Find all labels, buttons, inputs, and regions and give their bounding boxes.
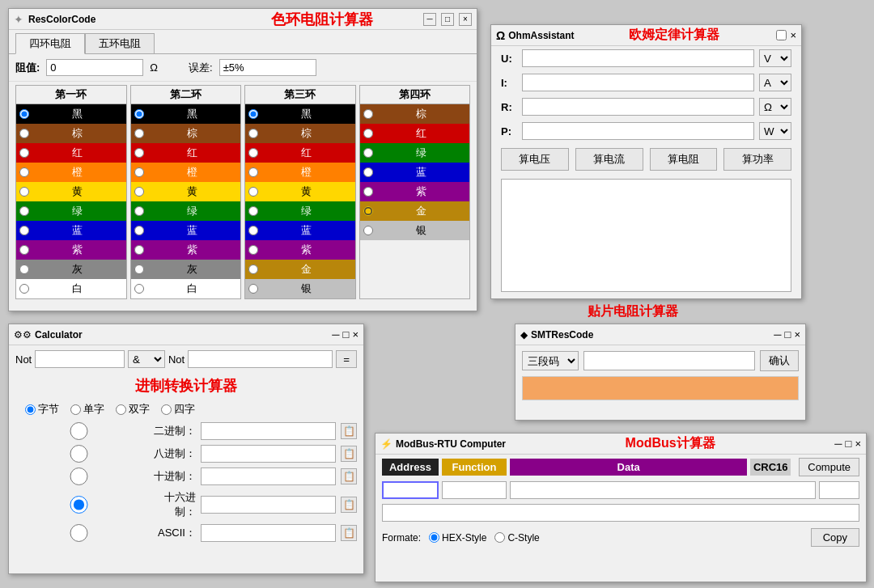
radio-qword[interactable]: 四字	[161, 402, 195, 417]
band2-green[interactable]: 绿	[131, 201, 241, 221]
band1-yellow[interactable]: 黄	[16, 182, 126, 201]
conv-binary-input[interactable]	[201, 422, 336, 440]
radio-word[interactable]: 单字	[70, 402, 104, 417]
band2-white[interactable]: 白	[131, 279, 241, 298]
calc-op-select[interactable]: &|^	[128, 350, 165, 368]
smt-code-type[interactable]: 三段码 四段码 EIA-96	[522, 351, 579, 370]
band4-red[interactable]: 红	[360, 124, 470, 143]
band1-brown[interactable]: 棕	[16, 124, 126, 143]
calc-not2-input[interactable]	[188, 350, 333, 368]
calc-maximize-btn[interactable]: □	[343, 328, 350, 341]
ohm-close-btn[interactable]: ×	[790, 29, 796, 41]
band2-gray[interactable]: 灰	[131, 260, 241, 279]
band2-black[interactable]: 黑	[131, 104, 241, 124]
radio-byte[interactable]: 字节	[25, 402, 59, 417]
band4-brown[interactable]: 棕	[360, 104, 470, 124]
calc-current-btn[interactable]: 算电流	[575, 148, 643, 171]
band1-orange[interactable]: 橙	[16, 163, 126, 182]
band1-violet[interactable]: 紫	[16, 240, 126, 260]
band4-violet[interactable]: 紫	[360, 182, 470, 201]
band3-gold[interactable]: 金	[245, 260, 355, 279]
band4-gold[interactable]: 金	[360, 201, 470, 221]
tab-4ring[interactable]: 四环电阻	[15, 33, 85, 54]
band1-red[interactable]: 红	[16, 143, 126, 163]
res-maximize-btn[interactable]: □	[441, 13, 454, 26]
modbus-compute-btn[interactable]: Compute	[799, 458, 859, 476]
calc-voltage-btn[interactable]: 算电压	[501, 148, 569, 171]
format-hex-label[interactable]: HEX-Style	[429, 532, 486, 544]
band3-silver[interactable]: 银	[245, 279, 355, 298]
calc-resistance-btn[interactable]: 算电阻	[650, 148, 718, 171]
smt-confirm-btn[interactable]: 确认	[760, 350, 799, 371]
band3-orange[interactable]: 橙	[245, 163, 355, 182]
ohm-u-input[interactable]	[522, 49, 754, 67]
smt-value-input[interactable]	[583, 351, 755, 370]
modbus-function-input[interactable]	[442, 481, 507, 499]
calc-close-btn[interactable]: ×	[352, 328, 359, 341]
radio-dword[interactable]: 双字	[116, 402, 150, 417]
band3-blue[interactable]: 蓝	[245, 221, 355, 240]
band3-yellow[interactable]: 黄	[245, 182, 355, 201]
conv-hex-input[interactable]	[201, 496, 336, 514]
band2-blue[interactable]: 蓝	[131, 221, 241, 240]
band2-brown[interactable]: 棕	[131, 124, 241, 143]
ohm-titlebar: Ω OhmAssistant 欧姆定律计算器 ×	[491, 25, 801, 46]
ohm-i-unit[interactable]: A	[759, 74, 791, 91]
band1-black[interactable]: 黑	[16, 104, 126, 124]
tab-5ring[interactable]: 五环电阻	[85, 33, 155, 53]
res-close-btn[interactable]: ×	[459, 13, 472, 26]
band2-orange[interactable]: 橙	[131, 163, 241, 182]
calc-not1-input[interactable]	[35, 350, 125, 368]
band4-silver[interactable]: 银	[360, 221, 470, 240]
band2-violet[interactable]: 紫	[131, 240, 241, 260]
band3-violet[interactable]: 紫	[245, 240, 355, 260]
ohm-output	[501, 179, 791, 292]
ohm-i-input[interactable]	[522, 74, 754, 91]
conv-ascii-input[interactable]	[201, 524, 336, 542]
band3-brown[interactable]: 棕	[245, 124, 355, 143]
conv-decimal-input[interactable]	[201, 467, 336, 485]
modbus-output-input[interactable]	[382, 504, 859, 522]
band3-green[interactable]: 绿	[245, 201, 355, 221]
band1-white[interactable]: 白	[16, 279, 126, 298]
band2-yellow[interactable]: 黄	[131, 182, 241, 201]
calc-eq-btn[interactable]: =	[336, 350, 357, 368]
modbus-crc-input[interactable]	[819, 481, 859, 499]
modbus-address-input[interactable]	[382, 481, 439, 499]
modbus-copy-btn[interactable]: Copy	[811, 528, 859, 547]
ohm-p-unit[interactable]: W	[759, 122, 791, 140]
conv-octal-input[interactable]	[201, 445, 336, 463]
band4-blue[interactable]: 蓝	[360, 163, 470, 182]
tolerance-input[interactable]	[219, 59, 316, 76]
conv-ascii-copy[interactable]: 📋	[341, 525, 357, 541]
band1-green[interactable]: 绿	[16, 201, 126, 221]
ohm-r-unit[interactable]: Ω	[759, 98, 791, 116]
conv-binary-copy[interactable]: 📋	[341, 423, 357, 439]
res-minimize-btn[interactable]: ─	[423, 13, 436, 26]
modbus-address-header: Address	[382, 459, 439, 476]
calc-minimize-btn[interactable]: ─	[332, 328, 339, 341]
ohm-checkbox[interactable]	[776, 30, 787, 40]
band1-gray[interactable]: 灰	[16, 260, 126, 279]
band3-black[interactable]: 黑	[245, 104, 355, 124]
conv-hex-copy[interactable]: 📋	[341, 497, 357, 513]
band1-blue[interactable]: 蓝	[16, 221, 126, 240]
modbus-maximize-btn[interactable]: □	[846, 438, 852, 450]
modbus-data-input[interactable]	[510, 481, 816, 499]
smt-minimize-btn[interactable]: ─	[774, 328, 781, 341]
band4-green[interactable]: 绿	[360, 143, 470, 163]
modbus-minimize-btn[interactable]: ─	[834, 438, 842, 450]
ohm-p-input[interactable]	[522, 122, 754, 140]
smt-close-btn[interactable]: ×	[794, 328, 800, 341]
format-c-label[interactable]: C-Style	[494, 532, 539, 544]
band3-red[interactable]: 红	[245, 143, 355, 163]
smt-maximize-btn[interactable]: □	[785, 328, 791, 341]
conv-octal-copy[interactable]: 📋	[341, 446, 357, 462]
conv-decimal-copy[interactable]: 📋	[341, 468, 357, 484]
ohm-u-unit[interactable]: V	[759, 49, 791, 67]
ohm-r-input[interactable]	[522, 98, 754, 116]
calc-power-btn[interactable]: 算功率	[723, 148, 791, 171]
resistance-input[interactable]	[46, 59, 143, 76]
modbus-close-btn[interactable]: ×	[855, 438, 861, 450]
band2-red[interactable]: 红	[131, 143, 241, 163]
